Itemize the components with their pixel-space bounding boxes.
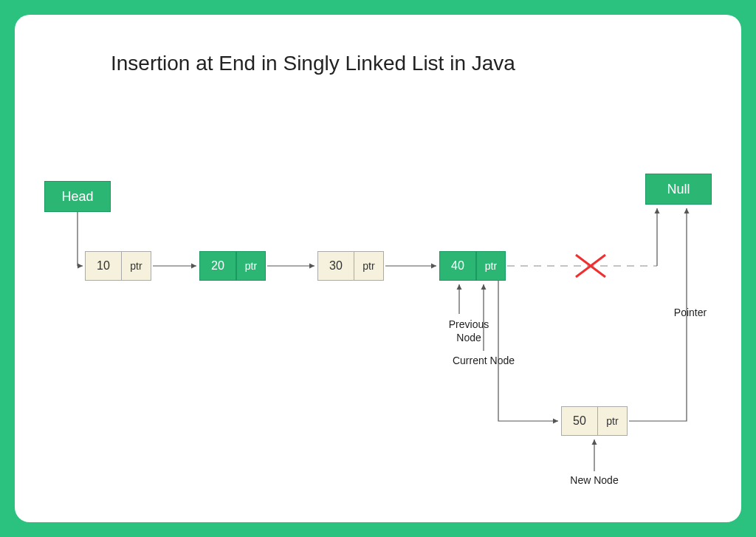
node-data: 10	[85, 251, 122, 281]
cross-icon	[576, 255, 605, 277]
node-data: 20	[199, 251, 236, 281]
node-data: 50	[561, 406, 598, 436]
node-data: 40	[439, 251, 476, 281]
node-ptr: ptr	[354, 251, 384, 281]
svg-line-1	[576, 255, 605, 277]
null-box: Null	[645, 174, 712, 205]
label-pointer: Pointer	[664, 307, 716, 318]
node-ptr: ptr	[598, 406, 628, 436]
diagram-title: Insertion at End in Singly Linked List i…	[111, 52, 515, 75]
head-box: Head	[44, 181, 111, 212]
node-20: 20 ptr	[199, 251, 266, 281]
node-30: 30 ptr	[317, 251, 384, 281]
node-40: 40 ptr	[439, 251, 506, 281]
node-ptr: ptr	[236, 251, 266, 281]
svg-line-0	[576, 255, 605, 277]
node-ptr: ptr	[122, 251, 151, 281]
node-50: 50 ptr	[561, 406, 628, 436]
node-data: 30	[317, 251, 354, 281]
node-10: 10 ptr	[85, 251, 151, 281]
label-previous: Previous Node	[439, 318, 498, 344]
diagram-canvas: Insertion at End in Singly Linked List i…	[15, 15, 741, 522]
label-current: Current Node	[439, 355, 528, 366]
label-new-node: New Node	[561, 474, 628, 486]
node-ptr: ptr	[476, 251, 506, 281]
arrow-40-to-50	[498, 281, 558, 421]
arrow-head-to-10	[78, 212, 83, 266]
